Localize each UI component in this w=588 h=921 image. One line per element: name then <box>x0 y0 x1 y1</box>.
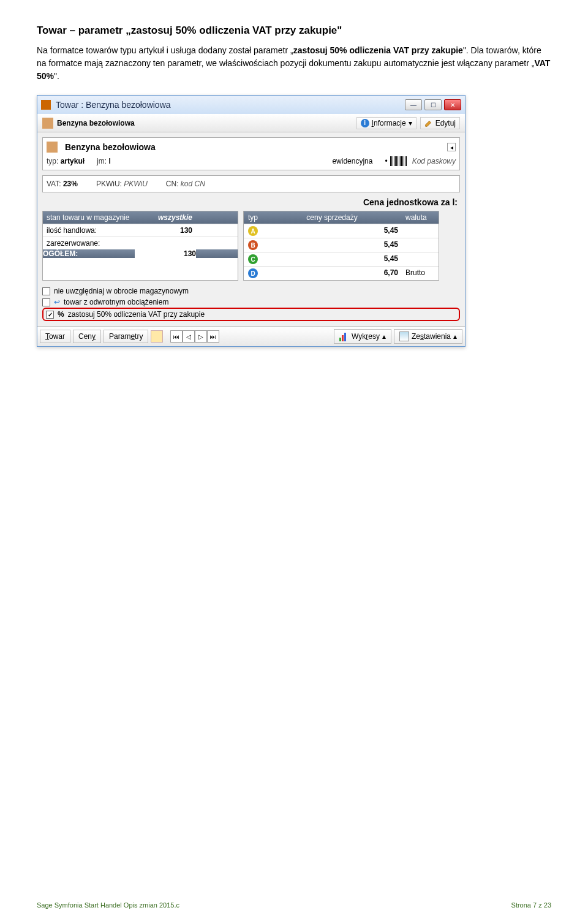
price-value: 6,70 <box>262 267 402 280</box>
close-button[interactable]: ✕ <box>444 99 461 110</box>
checkbox-row-1[interactable]: nie uwzględniaj w obrocie magazynowym <box>42 286 460 297</box>
percent-icon: % <box>58 310 64 319</box>
footer-right: Strona 7 z 23 <box>511 901 551 909</box>
ewidencyjna-label: ewidencyjna <box>332 157 372 165</box>
informacje-label: Informacje <box>372 119 406 127</box>
towar-window: Towar : Benzyna bezołowiowa — ☐ ✕ Benzyn… <box>37 95 466 347</box>
table-row: B 5,45 <box>244 238 439 252</box>
chevron-up-icon: ▴ <box>382 332 386 341</box>
page-paragraph: Na formatce towarów typu artykuł i usług… <box>37 44 551 83</box>
mag-row-value: 130 <box>135 224 196 237</box>
badge-c-icon: C <box>248 254 258 264</box>
paragraph-bold-1: zastosuj 50% odliczenia VAT przy zakupie <box>293 45 463 55</box>
table-row: ilość handlowa: 130 <box>43 224 238 237</box>
badge-d-icon: D <box>248 268 258 278</box>
nav-first-button[interactable]: ⏮ <box>170 330 183 343</box>
image-icon <box>399 332 409 341</box>
table-row: D 6,70 Brutto <box>244 266 439 280</box>
paragraph-text-3: ". <box>54 71 59 81</box>
badge-a-icon: A <box>248 226 258 236</box>
note-icon[interactable] <box>151 330 163 343</box>
price-header-ceny: ceny sprzedaży <box>262 211 402 224</box>
ceny-tab[interactable]: Ceny <box>73 330 101 343</box>
checkbox-label: nie uwzględniaj w obrocie magazynowym <box>54 287 189 295</box>
mag-footer-label: OGÓŁEM: <box>43 249 135 258</box>
pkwiu-value[interactable]: PKWiU <box>124 180 148 188</box>
nav-next-button[interactable]: ▷ <box>195 330 207 343</box>
zestawienia-button[interactable]: Zestawienia ▴ <box>394 329 462 344</box>
price-value: 5,45 <box>262 224 402 238</box>
cn-value[interactable]: kod CN <box>181 180 205 188</box>
maximize-button[interactable]: ☐ <box>424 99 442 110</box>
mag-row-label: ilość handlowa: <box>43 224 135 237</box>
dot-icon: • <box>385 157 387 165</box>
window-title: Towar : Benzyna bezołowiowa <box>56 100 405 110</box>
minimize-button[interactable]: — <box>405 99 422 110</box>
jm-label: jm: <box>97 157 107 165</box>
vat-panel: VAT: 23% PKWiU: PKWiU CN: kod CN <box>42 175 460 192</box>
price-currency <box>402 252 439 266</box>
mag-header-wszystkie[interactable]: wszystkie <box>135 211 196 224</box>
mag-header-stan: stan towaru w magazynie <box>43 211 135 224</box>
page-footer: Sage Symfonia Start Handel Opis zmian 20… <box>37 901 551 909</box>
chart-icon <box>339 332 349 341</box>
org-chart-icon <box>42 118 53 129</box>
parametry-tab[interactable]: Parametry <box>104 330 148 343</box>
price-currency <box>402 238 439 252</box>
checkbox-group: nie uwzględniaj w obrocie magazynowym ↩ … <box>42 286 460 321</box>
chevron-up-icon: ▴ <box>453 332 457 341</box>
table-row: zarezerwowane: <box>43 237 238 249</box>
mag-footer-value: 130 <box>135 249 196 258</box>
edytuj-button[interactable]: Edytuj <box>420 117 460 129</box>
bottom-toolbar: Towar Ceny Parametry ⏮ ◁ ▷ ⏭ Wykresy ▴ Z… <box>37 326 465 346</box>
paragraph-text: Na formatce towarów typu artykuł i usług… <box>37 45 293 55</box>
cn-label: CN: <box>166 180 179 188</box>
footer-left: Sage Symfonia Start Handel Opis zmian 20… <box>37 901 179 909</box>
typ-label: typ: <box>47 157 58 165</box>
pencil-icon <box>424 119 433 127</box>
price-header-waluta: waluta <box>402 211 439 224</box>
cena-header: Cena jednostkowa za l: <box>45 197 458 207</box>
pkwiu-label: PKWiU: <box>96 180 122 188</box>
window-titlebar[interactable]: Towar : Benzyna bezołowiowa — ☐ ✕ <box>37 96 465 114</box>
top-toolbar: Benzyna bezołowiowa i Informacje ▾ Edytu… <box>37 114 465 132</box>
nav-last-button[interactable]: ⏭ <box>207 330 219 343</box>
jm-value: l <box>108 157 110 165</box>
product-name: Benzyna bezołowiowa <box>65 142 443 152</box>
info-icon: i <box>361 119 369 127</box>
towar-tab[interactable]: Towar <box>40 330 70 343</box>
vat-value: 23% <box>63 180 78 188</box>
reverse-arrow-icon: ↩ <box>54 298 60 306</box>
barcode-icon <box>390 156 407 166</box>
informacje-button[interactable]: i Informacje ▾ <box>356 117 417 129</box>
magazyn-table: stan towaru w magazynie wszystkie ilość … <box>42 211 238 281</box>
app-icon <box>41 100 51 110</box>
table-row: A 5,45 <box>244 224 439 238</box>
toolbar-product-name: Benzyna bezołowiowa <box>57 119 353 127</box>
price-currency <box>402 224 439 238</box>
barcode-label[interactable]: Kod paskowy <box>412 157 456 165</box>
table-row: C 5,45 <box>244 252 439 266</box>
price-header-typ: typ <box>244 211 262 224</box>
chevron-down-icon: ▾ <box>409 119 412 127</box>
checkbox-icon[interactable] <box>42 298 50 306</box>
expand-icon[interactable]: ◂ <box>447 143 456 151</box>
mag-row-value <box>135 237 196 249</box>
price-table: typ ceny sprzedaży waluta A 5,45 B 5,45 … <box>243 211 439 281</box>
checkbox-row-vat50[interactable]: % zastosuj 50% odliczenia VAT przy zakup… <box>42 308 460 321</box>
vat-label: VAT: <box>47 180 61 188</box>
nav-prev-button[interactable]: ◁ <box>183 330 195 343</box>
price-value: 5,45 <box>262 238 402 252</box>
checkbox-label: towar z odwrotnym obciążeniem <box>64 298 168 306</box>
checkbox-label: zastosuj 50% odliczenia VAT przy zakupie <box>68 310 205 319</box>
mag-row-label: zarezerwowane: <box>43 237 135 249</box>
page-heading: Towar – parametr „zastosuj 50% odliczeni… <box>37 25 551 37</box>
price-currency: Brutto <box>402 267 439 280</box>
checkbox-row-2[interactable]: ↩ towar z odwrotnym obciążeniem <box>42 297 460 308</box>
checkbox-icon[interactable] <box>42 287 50 295</box>
checkbox-icon-checked[interactable] <box>46 311 54 319</box>
org-chart-icon-2 <box>47 142 58 153</box>
wykresy-button[interactable]: Wykresy ▴ <box>334 329 391 344</box>
edytuj-label: Edytuj <box>435 119 456 127</box>
price-value: 5,45 <box>262 252 402 266</box>
